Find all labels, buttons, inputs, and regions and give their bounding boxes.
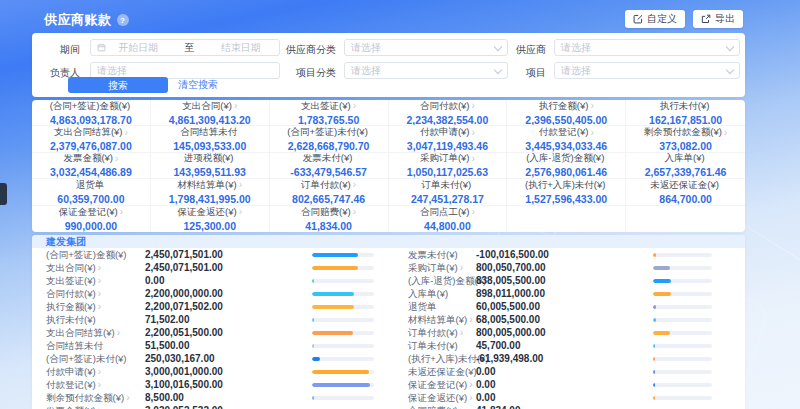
- row-label[interactable]: 未返还保证金(¥): [408, 365, 479, 378]
- group-header[interactable]: 建发集团: [32, 235, 745, 248]
- stat-card[interactable]: 付款申请(¥)›3,047,119,493.46: [389, 126, 508, 152]
- row-label[interactable]: 订单未付(¥): [408, 339, 460, 352]
- export-button[interactable]: 导出: [693, 10, 743, 28]
- mini-bar: [312, 266, 374, 270]
- row-value: 800,050,700.00: [476, 261, 546, 274]
- row-label[interactable]: 执行未付(¥): [46, 313, 98, 326]
- clear-search-button[interactable]: 清空搜索: [178, 77, 218, 93]
- stat-card[interactable]: 支出签证(¥)›1,783,765.50: [270, 100, 389, 126]
- stat-card[interactable]: 退货单60,359,700.00: [32, 179, 151, 205]
- row-label[interactable]: 采购订单(¥)›: [408, 261, 463, 274]
- export-icon: [701, 14, 711, 24]
- row-label[interactable]: 付款登记(¥)›: [46, 378, 101, 391]
- stat-card[interactable]: 合同付款(¥)›2,234,382,554.00: [389, 100, 508, 126]
- row-value: 41,834.00: [476, 404, 521, 409]
- stat-card[interactable]: 入库单(¥)2,657,339,761.46: [626, 153, 745, 179]
- row-label[interactable]: 保证金登记(¥)›: [408, 378, 472, 391]
- stat-value: 990,000.00: [65, 220, 118, 232]
- stat-card[interactable]: 合同赔费(¥)›41,834.00: [270, 206, 389, 232]
- account-row: (合同+签证)金额(¥) 2,450,071,501.00 发票未付(¥) -1…: [32, 248, 745, 261]
- group-name: 建发集团: [46, 235, 86, 249]
- row-label[interactable]: 剩余预付款金额(¥)›: [46, 391, 129, 404]
- mini-bar: [653, 357, 712, 361]
- row-value: 0.00: [145, 274, 164, 287]
- row-value: 51,500.00: [145, 339, 190, 352]
- row-label[interactable]: 付款申请(¥)›: [46, 365, 101, 378]
- start-date-placeholder: 开始日期: [106, 41, 171, 55]
- stat-value: 2,576,980,061.46: [525, 166, 607, 178]
- row-label[interactable]: (合同+签证)未付(¥): [46, 352, 129, 365]
- mini-bar: [653, 305, 712, 309]
- stat-card[interactable]: 支出合同(¥)›4,861,309,413.20: [151, 100, 270, 126]
- stat-card[interactable]: 保证金登记(¥)›990,000.00: [32, 206, 151, 232]
- stat-card[interactable]: 订单未付(¥)247,451,278.17: [389, 179, 508, 205]
- chevron-right-icon: ›: [234, 101, 237, 111]
- chevron-down-icon: [726, 65, 734, 73]
- stat-card[interactable]: 发票金额(¥)›3,032,454,486.89: [32, 153, 151, 179]
- row-label[interactable]: 支出签证(¥)›: [46, 274, 101, 287]
- search-button[interactable]: 搜索: [68, 77, 168, 93]
- stat-card[interactable]: 未返还保证金(¥)864,700.00: [626, 179, 745, 205]
- row-label[interactable]: 保证金返还(¥)›: [408, 391, 472, 404]
- stat-card[interactable]: (合同+签证)金额(¥)4,863,093,178.70: [32, 100, 151, 126]
- chevron-right-icon: ›: [460, 262, 463, 273]
- row-label[interactable]: 退货单: [408, 300, 439, 313]
- stat-value: 2,379,476,087.00: [50, 140, 132, 152]
- chevron-right-icon: ›: [590, 128, 593, 138]
- row-value: 838,005,500.00: [476, 274, 546, 287]
- customize-button[interactable]: 自定义: [625, 10, 685, 28]
- stat-card[interactable]: 采购订单(¥)›1,050,117,025.63: [389, 153, 508, 179]
- stat-card[interactable]: (执行+入库)未付(¥)1,527,596,433.00: [507, 179, 626, 205]
- stat-value: 60,359,700.00: [57, 193, 124, 205]
- stat-value: 44,800.00: [424, 220, 471, 232]
- mini-bar: [653, 344, 712, 348]
- stat-card-empty: [507, 206, 626, 232]
- mini-bar: [653, 266, 712, 270]
- row-label[interactable]: 入库单(¥): [408, 287, 450, 300]
- stat-card[interactable]: 订单付款(¥)›802,665,747.46: [270, 179, 389, 205]
- row-label[interactable]: 材料结算单(¥)›: [408, 313, 472, 326]
- stat-card[interactable]: 发票未付(¥)-633,479,546.57: [270, 153, 389, 179]
- mini-bar: [312, 305, 374, 309]
- help-icon[interactable]: ?: [117, 14, 129, 26]
- row-label[interactable]: (合同+签证)金额(¥): [46, 248, 129, 261]
- stat-card[interactable]: 执行未付(¥)162,167,851.00: [626, 100, 745, 126]
- stat-card[interactable]: 合同点工(¥)›44,800.00: [389, 206, 508, 232]
- stat-card[interactable]: 剩余预付款金额(¥)›373,082.00: [626, 126, 745, 152]
- stat-card[interactable]: 付款登记(¥)›3,445,934,033.46: [507, 126, 626, 152]
- project-select[interactable]: 请选择: [554, 62, 740, 79]
- stat-value: 1,798,431,995.00: [169, 193, 251, 205]
- stat-card[interactable]: (入库-退货)金额(¥)2,576,980,061.46: [507, 153, 626, 179]
- chevron-right-icon: ›: [590, 101, 593, 111]
- chevron-right-icon: ›: [239, 207, 242, 217]
- row-label[interactable]: 合同结算未付: [46, 339, 105, 352]
- row-label[interactable]: 执行金额(¥)›: [46, 300, 101, 313]
- row-label[interactable]: 合同赔费(¥)›: [408, 404, 463, 409]
- mini-bar: [312, 357, 374, 361]
- stat-card[interactable]: 执行金额(¥)›2,396,550,405.00: [507, 100, 626, 126]
- account-row: 执行金额(¥)› 2,200,071,502.00 退货单 60,005,500…: [32, 300, 745, 313]
- row-label[interactable]: 合同付款(¥)›: [46, 287, 101, 300]
- stat-card[interactable]: 进项税额(¥)143,959,511.93: [151, 153, 270, 179]
- row-label[interactable]: 发票未付(¥): [408, 248, 460, 261]
- stat-card[interactable]: (合同+签证)未付(¥)2,628,668,790.70: [270, 126, 389, 152]
- chevron-right-icon: ›: [472, 207, 475, 217]
- stat-card[interactable]: 支出合同结算(¥)›2,379,476,087.00: [32, 126, 151, 152]
- row-label[interactable]: 订单付款(¥)›: [408, 326, 463, 339]
- chevron-right-icon: ›: [472, 101, 475, 111]
- supplier-select[interactable]: 请选择: [554, 39, 740, 56]
- row-value: 898,011,000.00: [476, 287, 545, 300]
- row-label[interactable]: 发票金额(¥)›: [46, 404, 101, 409]
- account-row: 付款申请(¥)› 3,000,001,000.00 未返还保证金(¥) 0.00: [32, 365, 745, 378]
- toolbar: 自定义 导出: [625, 10, 743, 28]
- stat-value: 162,167,851.00: [649, 114, 722, 126]
- row-label[interactable]: 支出合同结算(¥)›: [46, 326, 120, 339]
- account-row: 付款登记(¥)› 3,100,016,500.00 保证金登记(¥)› 0.00: [32, 378, 745, 391]
- stat-value: 143,959,511.93: [174, 166, 246, 178]
- stat-card[interactable]: 保证金返还(¥)›125,300.00: [151, 206, 270, 232]
- stat-value: 802,665,747.46: [292, 193, 365, 205]
- stat-card[interactable]: 材料结算单(¥)›1,798,431,995.00: [151, 179, 270, 205]
- stat-card[interactable]: 合同结算未付145,093,533.00: [151, 126, 270, 152]
- sidebar-collapse-handle[interactable]: [0, 183, 7, 205]
- row-label[interactable]: 支出合同(¥)›: [46, 261, 101, 274]
